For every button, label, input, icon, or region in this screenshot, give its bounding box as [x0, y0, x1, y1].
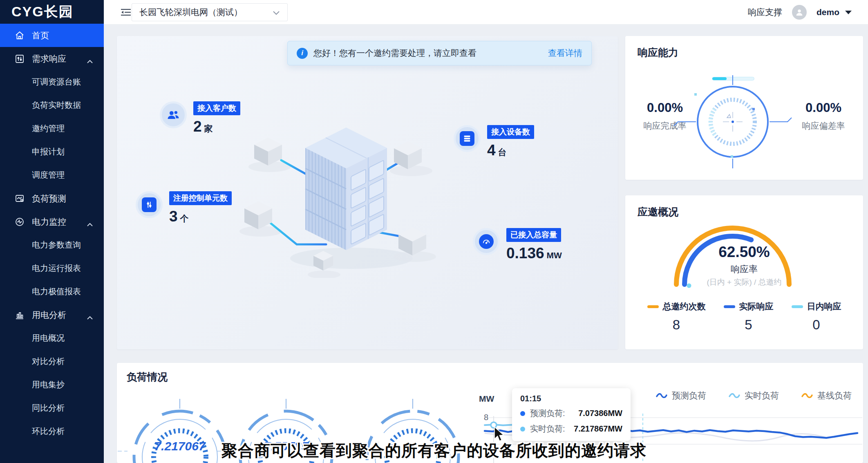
view-details-link[interactable]: 查看详情 — [548, 47, 582, 59]
sidebar-item-load-forecast[interactable]: 负荷预测 — [0, 187, 104, 210]
sidebar-item-invitation-management[interactable]: 邀约管理 — [0, 117, 104, 140]
stat-unit: MW — [547, 251, 562, 260]
org-selector[interactable]: 长园飞轮深圳电网（测试） — [132, 3, 288, 21]
legend-intraday-response[interactable]: 日内响应 0 — [792, 301, 841, 333]
legend-value: 8 — [647, 317, 706, 333]
cube — [394, 141, 422, 169]
stat-label: 接入客户数 — [193, 101, 240, 115]
stat-label: 已接入总容量 — [506, 228, 561, 242]
menu-fold-icon[interactable] — [120, 7, 132, 19]
speedometer-icon — [473, 228, 500, 255]
monitor-pulse-icon — [15, 217, 25, 227]
sliders-icon — [15, 54, 25, 64]
brand-logo: CYG长园 — [0, 0, 104, 24]
control-sliders-icon — [136, 191, 163, 218]
stat-value: 4 — [487, 142, 496, 159]
sidebar-item-power-operation-report[interactable]: 电力运行报表 — [0, 257, 104, 280]
stat-unit: 台 — [498, 148, 507, 157]
forecast-chart-icon — [15, 193, 25, 204]
invitation-overview-panel: 应邀概况 62.50% 响应率 (日内 + 实际) / 总邀约 总邀约次数 8 … — [625, 195, 863, 349]
sidebar-item-meter-reading[interactable]: 用电集抄 — [0, 373, 104, 396]
tooltip-time: 01:15 — [520, 394, 622, 403]
series-dot-icon — [520, 411, 525, 416]
response-rate-value: 62.50% — [625, 244, 863, 261]
legend-forecast-load[interactable]: 预测负荷 — [655, 390, 706, 401]
avatar[interactable] — [792, 5, 807, 20]
legend-swatch — [647, 305, 659, 308]
sidebar-item-realtime-load-data[interactable]: 负荷实时数据 — [0, 94, 104, 117]
panel-title: 响应能力 — [638, 46, 678, 59]
legend-total-invitations[interactable]: 总邀约次数 8 — [647, 301, 706, 333]
tooltip-row-realtime: 实时负荷: 7.217867MW — [520, 423, 622, 434]
response-capability-panel: 响应能力 0.00% 响应完成率 0.00% 响应偏差率 — [625, 36, 863, 180]
wave-icon — [728, 392, 740, 399]
stat-value: 3 — [169, 208, 178, 225]
legend-swatch — [724, 305, 735, 308]
stat-registered-control-units: 注册控制单元数 3个 — [136, 191, 232, 225]
chevron-up-icon[interactable] — [87, 56, 93, 66]
sidebar-item-home[interactable]: 首页 — [0, 24, 104, 47]
stat-unit: 个 — [180, 214, 189, 223]
response-rate-formula: (日内 + 实际) / 总邀约 — [625, 277, 863, 288]
cube — [244, 201, 272, 229]
wave-icon — [801, 392, 813, 399]
sidebar-item-dispatch-management[interactable]: 调度管理 — [0, 163, 104, 187]
username[interactable]: demo — [817, 7, 839, 17]
sidebar-item-power-extreme-report[interactable]: 电力极值报表 — [0, 280, 104, 303]
stat-connected-customers: 接入客户数 2家 — [160, 101, 240, 135]
notification-banner: i 您好！您有一个邀约需要处理，请立即查看 查看详情 — [287, 41, 592, 65]
legend-baseline-load[interactable]: 基线负荷 — [801, 390, 852, 401]
load-chart-legend: 预测负荷 实时负荷 基线负荷 — [655, 390, 852, 401]
chevron-up-icon[interactable] — [87, 219, 93, 229]
stat-label: 接入设备数 — [487, 125, 534, 139]
info-icon: i — [297, 48, 308, 59]
video-caption: 聚合商可以查看到聚合的所有客户的设备所收到的邀约请求 — [0, 440, 868, 462]
server-network-illustration — [229, 114, 466, 278]
sidebar-item-declaration-plan[interactable]: 申报计划 — [0, 140, 104, 163]
sidebar-item-yoy-analysis[interactable]: 同比分析 — [0, 396, 104, 420]
invitation-legend: 总邀约次数 8 实际响应 5 日内响应 0 — [625, 301, 863, 333]
sidebar-item-comparison-analysis[interactable]: 对比分析 — [0, 350, 104, 373]
response-rate-label: 响应率 — [625, 263, 863, 275]
legend-realtime-load[interactable]: 实时负荷 — [728, 390, 779, 401]
sidebar: CYG长园 首页 需求响应 可调资源台账 负荷实时数据 邀约管理 申报计划 调度… — [0, 0, 104, 463]
users-icon — [160, 101, 187, 128]
sidebar-item-demand-response[interactable]: 需求响应 — [0, 47, 104, 70]
legend-swatch — [792, 305, 803, 308]
user-menu-caret-icon[interactable] — [845, 11, 852, 14]
stat-value: 2 — [193, 118, 202, 135]
home-icon — [15, 30, 25, 41]
stat-value: 0.136 — [506, 245, 544, 262]
cube — [398, 228, 426, 255]
stat-total-connected-capacity: 已接入总容量 0.136MW — [473, 228, 562, 262]
topbar: 长园飞轮深圳电网（测试） 响应支撑 demo — [104, 0, 868, 25]
stat-connected-devices: 接入设备数 4台 — [454, 125, 534, 159]
series-dot-icon — [520, 427, 525, 432]
chevron-up-icon[interactable] — [87, 312, 93, 322]
legend-actual-response[interactable]: 实际响应 5 — [724, 301, 774, 333]
mouse-cursor — [494, 427, 506, 444]
wave-icon — [655, 392, 668, 399]
topbar-right: 响应支撑 demo — [748, 0, 852, 25]
stat-label: 注册控制单元数 — [169, 191, 232, 205]
chart-tooltip: 01:15 预测负荷: 7.07386MW 实时负荷: 7.217867MW — [512, 388, 631, 441]
panel-title: 应邀概况 — [638, 205, 678, 219]
stat-unit: 家 — [204, 124, 213, 133]
deviation-rate-stat: 0.00% 响应偏差率 — [789, 101, 858, 132]
legend-value: 5 — [724, 317, 774, 333]
y-axis-tick: 8 — [484, 413, 488, 422]
tooltip-row-forecast: 预测负荷: 7.07386MW — [520, 408, 622, 419]
support-link[interactable]: 响应支撑 — [748, 7, 782, 18]
chevron-down-icon — [273, 7, 280, 17]
cube — [254, 138, 282, 166]
radar-gauge — [671, 69, 794, 175]
sidebar-item-power-usage-analysis[interactable]: 用电分析 — [0, 303, 104, 327]
sidebar-item-power-monitoring[interactable]: 电力监控 — [0, 210, 104, 233]
notification-message: 您好！您有一个邀约需要处理，请立即查看 — [313, 47, 477, 59]
sidebar-item-usage-overview[interactable]: 用电概况 — [0, 327, 104, 350]
legend-value: 0 — [792, 317, 841, 333]
y-axis-unit: MW — [479, 394, 494, 404]
sidebar-item-power-parameter-query[interactable]: 电力参数查询 — [0, 233, 104, 257]
bar-chart-icon — [15, 310, 25, 320]
sidebar-item-adjustable-resources[interactable]: 可调资源台账 — [0, 70, 104, 94]
